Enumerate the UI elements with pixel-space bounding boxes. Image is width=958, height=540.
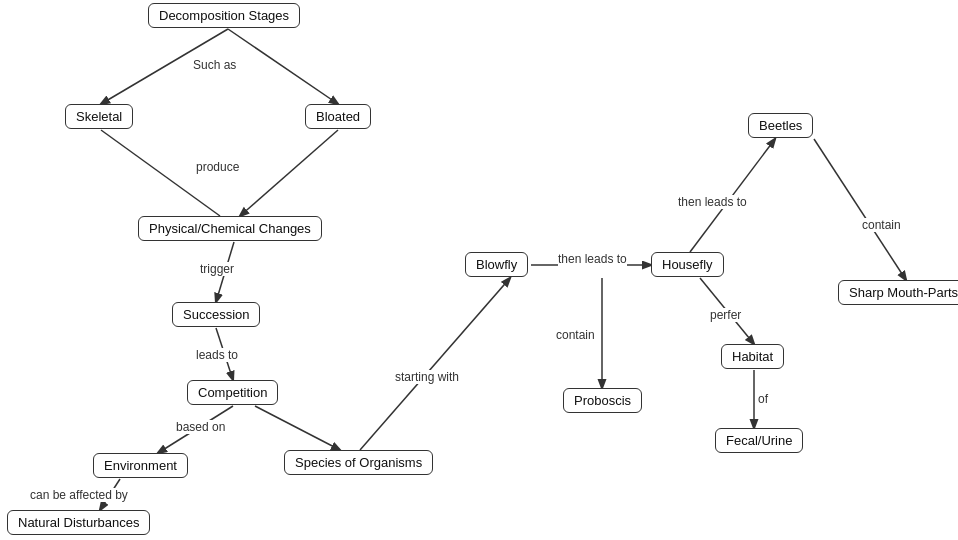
node-succession[interactable]: Succession bbox=[172, 302, 260, 327]
label-starting-with: starting with bbox=[395, 370, 459, 384]
node-competition[interactable]: Competition bbox=[187, 380, 278, 405]
node-bloated[interactable]: Bloated bbox=[305, 104, 371, 129]
label-produce: produce bbox=[196, 160, 239, 174]
label-of: of bbox=[758, 392, 768, 406]
label-based-on: based on bbox=[176, 420, 225, 434]
svg-line-1 bbox=[228, 29, 338, 104]
svg-line-13 bbox=[814, 139, 906, 280]
svg-line-3 bbox=[240, 130, 338, 216]
node-housefly[interactable]: Housefly bbox=[651, 252, 724, 277]
label-perfer: perfer bbox=[710, 308, 741, 322]
node-beetles[interactable]: Beetles bbox=[748, 113, 813, 138]
node-natural-disturbances[interactable]: Natural Disturbances bbox=[7, 510, 150, 535]
label-contain-beetles: contain bbox=[862, 218, 901, 232]
label-then-leads-to-blowfly: then leads to bbox=[558, 252, 627, 266]
node-skeletal[interactable]: Skeletal bbox=[65, 104, 133, 129]
node-species-of-organisms[interactable]: Species of Organisms bbox=[284, 450, 433, 475]
svg-line-7 bbox=[255, 406, 340, 450]
node-fecal-urine[interactable]: Fecal/Urine bbox=[715, 428, 803, 453]
label-leads-to: leads to bbox=[196, 348, 238, 362]
label-then-leads-to-housefly: then leads to bbox=[678, 195, 747, 209]
node-habitat[interactable]: Habitat bbox=[721, 344, 784, 369]
label-contain-housefly: contain bbox=[556, 328, 595, 342]
node-blowfly[interactable]: Blowfly bbox=[465, 252, 528, 277]
node-proboscis[interactable]: Proboscis bbox=[563, 388, 642, 413]
label-such-as: Such as bbox=[193, 58, 236, 72]
node-sharp-mouth-parts[interactable]: Sharp Mouth-Parts bbox=[838, 280, 958, 305]
node-environment[interactable]: Environment bbox=[93, 453, 188, 478]
node-decomposition-stages[interactable]: Decomposition Stages bbox=[148, 3, 300, 28]
label-can-be-affected-by: can be affected by bbox=[30, 488, 128, 502]
node-physical-chemical[interactable]: Physical/Chemical Changes bbox=[138, 216, 322, 241]
label-trigger: trigger bbox=[200, 262, 234, 276]
concept-map: Such as produce trigger leads to based o… bbox=[0, 0, 958, 540]
svg-line-9 bbox=[360, 278, 510, 450]
